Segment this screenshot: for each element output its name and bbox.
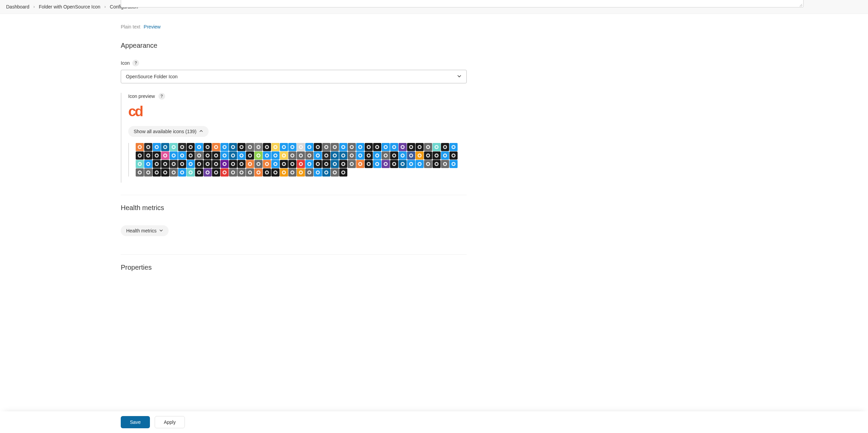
icon-option[interactable]: [424, 143, 432, 151]
icon-option[interactable]: [204, 143, 212, 151]
icon-option[interactable]: [424, 151, 432, 160]
icon-option[interactable]: [195, 151, 203, 160]
icon-option[interactable]: [399, 143, 407, 151]
icon-option[interactable]: [204, 168, 212, 177]
icon-option[interactable]: [144, 143, 152, 151]
icon-option[interactable]: [432, 143, 441, 151]
icon-option[interactable]: [195, 160, 203, 168]
icon-option[interactable]: [399, 160, 407, 168]
icon-option[interactable]: [449, 160, 458, 168]
icon-option[interactable]: [212, 168, 220, 177]
icon-option[interactable]: [187, 160, 195, 168]
icon-option[interactable]: [271, 168, 279, 177]
icon-option[interactable]: [246, 160, 254, 168]
icon-option[interactable]: [204, 151, 212, 160]
icon-option[interactable]: [314, 168, 322, 177]
icon-option[interactable]: [288, 151, 296, 160]
icon-option[interactable]: [322, 151, 330, 160]
icon-option[interactable]: [365, 143, 373, 151]
icon-option[interactable]: [153, 151, 161, 160]
icon-option[interactable]: [237, 168, 246, 177]
icon-option[interactable]: [331, 151, 339, 160]
icon-option[interactable]: [178, 160, 186, 168]
icon-option[interactable]: [144, 151, 152, 160]
icon-option[interactable]: [390, 143, 398, 151]
icon-option[interactable]: [187, 168, 195, 177]
icon-option[interactable]: [373, 151, 381, 160]
icon-option[interactable]: [237, 143, 246, 151]
icon-option[interactable]: [246, 168, 254, 177]
icon-option[interactable]: [297, 143, 305, 151]
icon-option[interactable]: [195, 168, 203, 177]
icon-option[interactable]: [339, 168, 347, 177]
icon-option[interactable]: [136, 160, 144, 168]
icon-option[interactable]: [449, 151, 458, 160]
icon-option[interactable]: [161, 168, 169, 177]
icon-option[interactable]: [220, 143, 229, 151]
icon-option[interactable]: [339, 160, 347, 168]
icon-option[interactable]: [322, 143, 330, 151]
icon-option[interactable]: [153, 168, 161, 177]
icon-select[interactable]: OpenSource Folder Icon: [121, 70, 467, 83]
icon-option[interactable]: [254, 168, 263, 177]
icon-option[interactable]: [153, 143, 161, 151]
icon-option[interactable]: [136, 168, 144, 177]
tab-preview[interactable]: Preview: [144, 24, 161, 29]
icon-option[interactable]: [161, 160, 169, 168]
icon-option[interactable]: [297, 168, 305, 177]
icon-option[interactable]: [373, 160, 381, 168]
icon-option[interactable]: [305, 160, 313, 168]
icon-option[interactable]: [348, 160, 356, 168]
icon-option[interactable]: [144, 168, 152, 177]
breadcrumb-folder[interactable]: Folder with OpenSource Icon: [39, 4, 100, 9]
icon-option[interactable]: [254, 151, 263, 160]
icon-option[interactable]: [136, 143, 144, 151]
icon-option[interactable]: [331, 168, 339, 177]
icon-option[interactable]: [348, 143, 356, 151]
icon-option[interactable]: [449, 143, 458, 151]
icon-option[interactable]: [356, 151, 364, 160]
icon-option[interactable]: [170, 168, 178, 177]
icon-option[interactable]: [399, 151, 407, 160]
icon-option[interactable]: [382, 143, 390, 151]
icon-option[interactable]: [407, 143, 415, 151]
icon-option[interactable]: [170, 143, 178, 151]
icon-option[interactable]: [153, 160, 161, 168]
icon-option[interactable]: [424, 160, 432, 168]
icon-option[interactable]: [331, 143, 339, 151]
icon-option[interactable]: [305, 151, 313, 160]
icon-option[interactable]: [212, 151, 220, 160]
icon-option[interactable]: [416, 143, 424, 151]
icon-option[interactable]: [220, 160, 229, 168]
icon-option[interactable]: [263, 160, 271, 168]
icon-option[interactable]: [416, 160, 424, 168]
icon-option[interactable]: [246, 143, 254, 151]
icon-option[interactable]: [220, 168, 229, 177]
icon-option[interactable]: [356, 143, 364, 151]
help-icon[interactable]: ?: [132, 60, 139, 66]
icon-option[interactable]: [187, 143, 195, 151]
icon-option[interactable]: [263, 143, 271, 151]
icon-option[interactable]: [288, 160, 296, 168]
icon-option[interactable]: [237, 151, 246, 160]
icon-option[interactable]: [288, 143, 296, 151]
icon-option[interactable]: [237, 160, 246, 168]
icon-option[interactable]: [314, 143, 322, 151]
icon-option[interactable]: [339, 143, 347, 151]
icon-option[interactable]: [271, 160, 279, 168]
icon-option[interactable]: [314, 160, 322, 168]
textarea-bottom-edge[interactable]: [121, 0, 804, 7]
icon-option[interactable]: [195, 143, 203, 151]
icon-option[interactable]: [178, 151, 186, 160]
icon-option[interactable]: [416, 151, 424, 160]
icon-option[interactable]: [178, 143, 186, 151]
icon-option[interactable]: [170, 160, 178, 168]
icon-option[interactable]: [280, 160, 288, 168]
icon-option[interactable]: [407, 151, 415, 160]
icon-option[interactable]: [441, 160, 449, 168]
icon-option[interactable]: [220, 151, 229, 160]
icon-option[interactable]: [297, 160, 305, 168]
icon-option[interactable]: [280, 143, 288, 151]
icon-option[interactable]: [441, 151, 449, 160]
icon-option[interactable]: [373, 143, 381, 151]
